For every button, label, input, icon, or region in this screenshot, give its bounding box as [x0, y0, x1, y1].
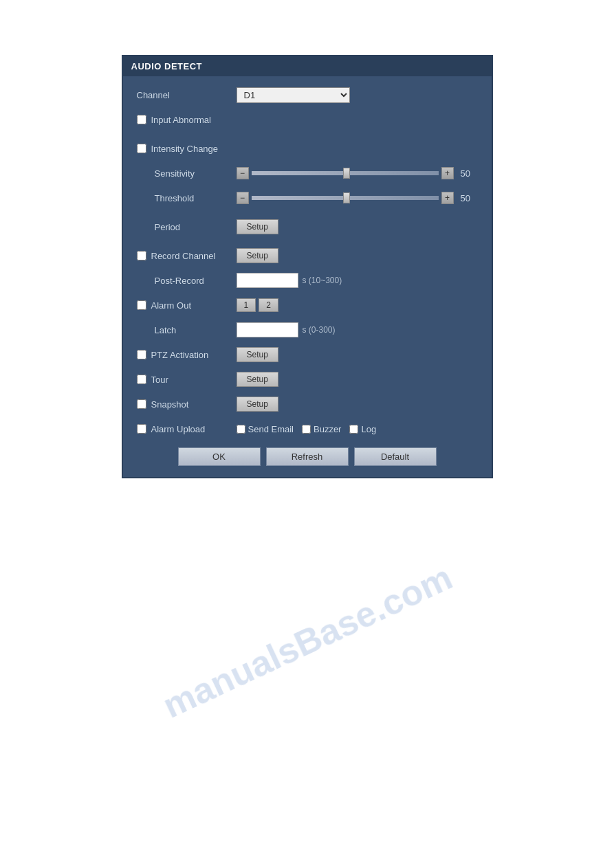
- threshold-minus-btn[interactable]: −: [237, 192, 249, 204]
- input-abnormal-checkbox[interactable]: [137, 115, 146, 124]
- record-channel-label: Record Channel: [151, 251, 216, 261]
- alarm-out-row: Alarm Out 1 2: [137, 296, 478, 314]
- input-abnormal-row: Input Abnormal: [137, 111, 478, 129]
- ptz-activation-row: PTZ Activation Setup: [137, 346, 478, 364]
- snapshot-checkbox[interactable]: [137, 399, 146, 409]
- tour-setup-button[interactable]: Setup: [237, 372, 278, 387]
- latch-hint: s (0-300): [303, 325, 336, 335]
- ok-button[interactable]: OK: [178, 447, 261, 466]
- tour-label: Tour: [151, 375, 168, 385]
- channel-select[interactable]: D1 D2 D3 D4: [237, 87, 350, 103]
- latch-label: Latch: [137, 325, 237, 335]
- intensity-change-checkbox-label[interactable]: Intensity Change: [137, 144, 237, 154]
- buzzer-checkbox[interactable]: [302, 425, 311, 434]
- buzzer-label[interactable]: Buzzer: [302, 424, 341, 434]
- period-row: Period Setup: [137, 218, 478, 236]
- alarm-upload-row: Alarm Upload Send Email Buzzer Log: [137, 420, 478, 438]
- record-channel-setup-button[interactable]: Setup: [237, 248, 278, 263]
- alarm-upload-checkbox[interactable]: [137, 424, 146, 434]
- channel-row: Channel D1 D2 D3 D4: [137, 86, 478, 104]
- threshold-plus-btn[interactable]: +: [441, 192, 454, 204]
- send-email-label[interactable]: Send Email: [237, 424, 294, 434]
- log-text: Log: [361, 424, 376, 434]
- ptz-activation-label: PTZ Activation: [151, 350, 209, 360]
- alarm-out-checkbox[interactable]: [137, 300, 146, 310]
- send-email-checkbox[interactable]: [237, 425, 245, 434]
- period-label: Period: [137, 222, 237, 232]
- channel-label: Channel: [137, 90, 237, 100]
- ptz-activation-checkbox-label[interactable]: PTZ Activation: [137, 350, 237, 360]
- dialog-title: AUDIO DETECT: [123, 56, 492, 76]
- send-email-text: Send Email: [248, 424, 294, 434]
- default-button[interactable]: Default: [354, 447, 437, 466]
- audio-detect-dialog: AUDIO DETECT Channel D1 D2 D3 D4 Input A…: [122, 55, 493, 478]
- alarm-out-label: Alarm Out: [151, 300, 192, 311]
- threshold-slider-track[interactable]: [252, 196, 439, 200]
- input-abnormal-label: Input Abnormal: [151, 115, 211, 125]
- snapshot-row: Snapshot Setup: [137, 395, 478, 413]
- alarm-btn-2[interactable]: 2: [259, 298, 278, 312]
- latch-row: Latch s (0-300): [137, 321, 478, 339]
- alarm-upload-label: Alarm Upload: [151, 424, 206, 434]
- dialog-body: Channel D1 D2 D3 D4 Input Abnormal Inten…: [123, 76, 492, 477]
- sensitivity-label: Sensitivity: [137, 168, 237, 179]
- intensity-change-row: Intensity Change: [137, 140, 478, 157]
- snapshot-label: Snapshot: [151, 399, 189, 410]
- tour-checkbox-label[interactable]: Tour: [137, 375, 237, 385]
- tour-row: Tour Setup: [137, 370, 478, 388]
- threshold-value: 50: [461, 193, 478, 203]
- log-label[interactable]: Log: [349, 424, 376, 434]
- period-setup-button[interactable]: Setup: [237, 219, 278, 234]
- record-channel-row: Record Channel Setup: [137, 247, 478, 265]
- sensitivity-row: Sensitivity − + 50: [137, 164, 478, 182]
- latch-input[interactable]: [237, 322, 298, 337]
- snapshot-setup-button[interactable]: Setup: [237, 397, 278, 412]
- threshold-label: Threshold: [137, 193, 237, 203]
- refresh-button[interactable]: Refresh: [266, 447, 349, 466]
- sensitivity-value: 50: [461, 168, 478, 179]
- alarm-out-checkbox-label[interactable]: Alarm Out: [137, 300, 237, 311]
- sensitivity-slider-track[interactable]: [252, 171, 439, 175]
- alarm-upload-checkbox-label[interactable]: Alarm Upload: [137, 424, 237, 434]
- post-record-input[interactable]: [237, 273, 298, 288]
- sensitivity-slider-container: − + 50: [237, 167, 478, 179]
- snapshot-checkbox-label[interactable]: Snapshot: [137, 399, 237, 410]
- alarm-upload-options: Send Email Buzzer Log: [237, 424, 377, 434]
- intensity-change-checkbox[interactable]: [137, 144, 146, 153]
- post-record-label: Post-Record: [137, 276, 237, 286]
- ptz-setup-button[interactable]: Setup: [237, 347, 278, 362]
- buzzer-text: Buzzer: [314, 424, 341, 434]
- tour-checkbox[interactable]: [137, 375, 146, 384]
- sensitivity-slider-thumb[interactable]: [343, 168, 350, 179]
- ptz-activation-checkbox[interactable]: [137, 350, 146, 359]
- record-channel-checkbox[interactable]: [137, 251, 146, 260]
- footer-buttons: OK Refresh Default: [137, 447, 478, 466]
- threshold-row: Threshold − + 50: [137, 189, 478, 207]
- sensitivity-plus-btn[interactable]: +: [441, 167, 454, 179]
- post-record-hint: s (10~300): [303, 276, 342, 285]
- input-abnormal-checkbox-label[interactable]: Input Abnormal: [137, 115, 237, 125]
- threshold-slider-thumb[interactable]: [343, 192, 350, 203]
- alarm-btn-1[interactable]: 1: [237, 298, 256, 312]
- record-channel-checkbox-label[interactable]: Record Channel: [137, 251, 237, 261]
- threshold-slider-container: − + 50: [237, 192, 478, 204]
- sensitivity-minus-btn[interactable]: −: [237, 167, 249, 179]
- post-record-row: Post-Record s (10~300): [137, 271, 478, 289]
- intensity-change-label: Intensity Change: [151, 144, 219, 154]
- log-checkbox[interactable]: [349, 425, 358, 434]
